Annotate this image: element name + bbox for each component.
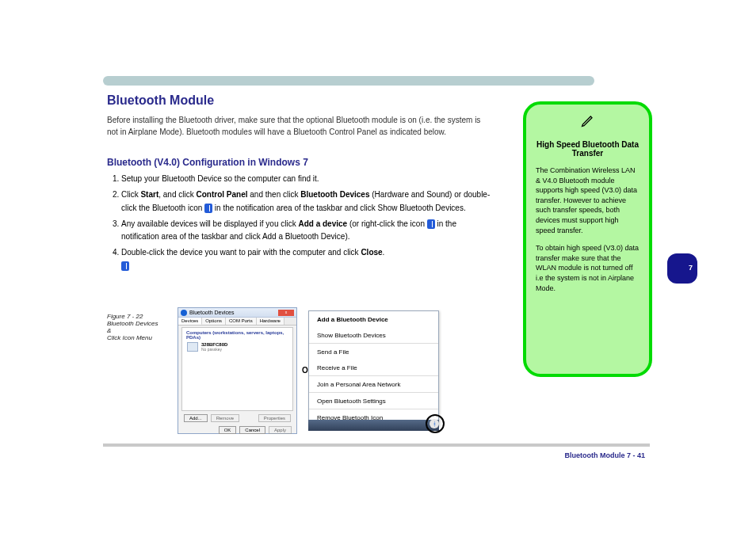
header-rule <box>103 76 594 86</box>
footer-rule <box>103 444 650 447</box>
ok-button[interactable]: OK <box>219 426 237 434</box>
note-callout: High Speed Bluetooth Data Transfer The C… <box>523 101 652 377</box>
bluetooth-icon <box>181 310 187 316</box>
dialog-title: Bluetooth Devices <box>189 310 234 315</box>
note-body-1: The Combination Wireless LAN & V4.0 Blue… <box>536 166 640 235</box>
bluetooth-tray-context-menu: Add a Bluetooth Device Show Bluetooth De… <box>308 310 439 426</box>
apply-button[interactable]: Apply <box>269 426 292 434</box>
steps-list: Setup your Bluetooth Device so the compu… <box>107 173 495 276</box>
pen-icon <box>536 112 640 132</box>
steps-title: Bluetooth (V4.0) Configuration in Window… <box>107 157 308 168</box>
ctx-receive-file[interactable]: Receive a File <box>309 360 438 375</box>
close-button[interactable]: x <box>278 310 294 316</box>
note-title: High Speed Bluetooth Data Transfer <box>536 140 640 158</box>
tab-devices[interactable]: Devices <box>178 318 202 325</box>
dialog-titlebar[interactable]: Bluetooth Devices x <box>178 308 296 318</box>
step-2: Click Start, and click Control Panel and… <box>121 188 495 215</box>
step-4: Double-click the device you want to pair… <box>121 246 495 272</box>
bluetooth-icon <box>204 204 212 213</box>
footer-text: Bluetooth Module 7 - 41 <box>564 451 645 459</box>
bluetooth-icon <box>121 261 129 271</box>
dialog-tabs: Devices Options COM Ports Hardware <box>178 318 296 326</box>
taskbar <box>308 420 439 431</box>
tab-hardware[interactable]: Hardware <box>257 318 284 325</box>
dialog-body: Computers (workstations, servers, laptop… <box>181 327 293 411</box>
add-button[interactable]: Add... <box>184 414 208 422</box>
properties-button[interactable]: Properties <box>258 414 291 422</box>
ctx-open-settings[interactable]: Open Bluetooth Settings <box>309 392 438 409</box>
note-body-2: To obtain high speed (V3.0) data transfe… <box>536 243 640 293</box>
ctx-show-bluetooth-devices[interactable]: Show Bluetooth Devices <box>309 327 438 343</box>
bluetooth-tray-icon[interactable]: ᚼ <box>430 419 439 428</box>
step-1: Setup your Bluetooth Device so the compu… <box>121 173 495 186</box>
intro-first: Before installing the Bluetooth driver, <box>107 116 239 124</box>
cancel-button[interactable]: Cancel <box>239 426 265 434</box>
intro-paragraph: Before installing the Bluetooth driver, … <box>107 115 493 138</box>
step-3: Any available devices will be displayed … <box>121 218 495 244</box>
section-title: Bluetooth Module <box>107 93 214 108</box>
ctx-send-file[interactable]: Send a File <box>309 343 438 360</box>
computer-icon <box>187 342 198 352</box>
bluetooth-devices-dialog: Bluetooth Devices x Devices Options COM … <box>178 307 297 434</box>
ctx-add-bluetooth-device[interactable]: Add a Bluetooth Device <box>309 311 438 327</box>
chapter-number: 7 <box>689 264 693 272</box>
remove-button[interactable]: Remove <box>211 414 239 422</box>
tab-com-ports[interactable]: COM Ports <box>226 318 257 325</box>
device-sub: No passkey <box>201 347 227 352</box>
ctx-join-pan[interactable]: Join a Personal Area Network <box>309 375 438 392</box>
figure-caption: Figure 7 - 22 Bluetooth Devices & Click … <box>107 313 170 341</box>
device-item[interactable]: 328BFC80D No passkey <box>187 342 288 352</box>
tab-options[interactable]: Options <box>202 318 226 325</box>
device-group-label: Computers (workstations, servers, laptop… <box>186 330 288 340</box>
chapter-tab <box>667 253 697 284</box>
bluetooth-icon <box>427 219 435 229</box>
